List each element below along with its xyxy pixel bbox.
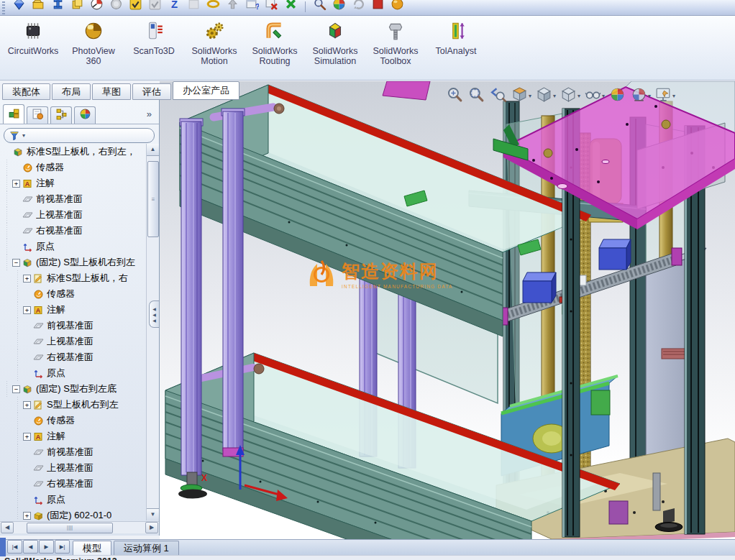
ribbon-item-solidworks-simulation[interactable]: SolidWorks Simulation <box>305 19 365 68</box>
featuremanager-tab[interactable] <box>3 104 24 124</box>
tree-expander-plus[interactable]: + <box>23 401 31 409</box>
tree-expander-plus[interactable]: + <box>23 275 31 283</box>
tree-vertical-scrollbar[interactable]: ▲ ≡ ▼ <box>146 144 159 520</box>
coin-icon[interactable] <box>106 0 126 16</box>
toolbar-grip[interactable] <box>2 1 5 14</box>
panel-collapse-handle[interactable]: ◀◀◀ <box>149 300 159 328</box>
section-view-icon[interactable]: ▾ <box>511 86 531 106</box>
zorder-icon[interactable]: Z <box>165 0 184 16</box>
tree-item[interactable]: 传感器 <box>1 413 147 428</box>
tree-item[interactable]: 前视基准面 <box>1 318 147 334</box>
graphics-viewport[interactable]: X <box>160 81 735 539</box>
dropdown-caret-icon[interactable]: ▾ <box>602 93 605 99</box>
edit-appearance-icon[interactable] <box>608 86 626 106</box>
tree-item[interactable]: +A注解 <box>1 302 147 318</box>
nav-first-button[interactable]: |◀ <box>7 540 22 554</box>
tree-item[interactable]: 原点 <box>1 365 147 381</box>
model-tab[interactable]: 模型 <box>73 541 111 555</box>
tree-item[interactable]: 右视基准面 <box>1 223 147 239</box>
hide-show-icon[interactable]: ▾ <box>584 86 605 106</box>
tree-item[interactable]: −(固定) S型右到左底 <box>1 381 147 397</box>
tree-item[interactable]: −(固定) S型上板机右到左 <box>1 254 147 270</box>
tree-item[interactable]: 上视基准面 <box>1 334 147 349</box>
photoview-ball-icon[interactable] <box>388 0 407 16</box>
scroll-up-icon[interactable]: ▲ <box>147 144 159 156</box>
dropdown-caret-icon[interactable]: ▾ <box>672 93 675 99</box>
previous-view-icon[interactable] <box>489 86 507 106</box>
check-yellow-icon[interactable] <box>126 0 145 16</box>
tree-item[interactable]: 上视基准面 <box>1 460 147 476</box>
zoom-fit-icon[interactable] <box>446 86 464 106</box>
ribbon-item-scanto3d[interactable]: ScanTo3D <box>124 19 184 57</box>
ribbon-item-solidworks-routing[interactable]: SolidWorks Routing <box>245 19 305 68</box>
view-settings-icon[interactable]: ▾ <box>654 86 675 106</box>
tab-sketch[interactable]: 草图 <box>92 83 131 100</box>
zoom-magnifier-icon[interactable] <box>310 0 329 16</box>
tree-item[interactable]: 上视基准面 <box>1 207 147 223</box>
exploded-view-icon[interactable] <box>281 0 301 16</box>
tree-item[interactable]: 前视基准面 <box>1 191 147 207</box>
tab-evaluate[interactable]: 评估 <box>132 83 171 100</box>
tree-expander-minus[interactable]: − <box>12 259 20 267</box>
tree-item[interactable]: +A注解 <box>1 175 147 191</box>
mate-icon[interactable] <box>48 0 68 16</box>
tab-layout[interactable]: 布局 <box>52 83 91 100</box>
propertymanager-tab[interactable] <box>27 106 48 124</box>
tree-expander-plus[interactable]: + <box>23 433 31 441</box>
ribbon-item-solidworks-motion[interactable]: SolidWorks Motion <box>184 19 245 68</box>
torus-icon[interactable] <box>204 0 223 16</box>
close-window-icon[interactable] <box>262 0 281 16</box>
ribbon-item-solidworks-toolbox[interactable]: SolidWorks Toolbox <box>365 19 426 68</box>
ghost-icon[interactable] <box>184 0 204 16</box>
tree-expander-plus[interactable]: + <box>23 306 31 314</box>
insert-component-icon[interactable] <box>68 0 87 16</box>
view-orientation-icon[interactable]: ▾ <box>535 86 556 106</box>
tree-item[interactable]: 标准S型上板机，右到左， <box>1 144 147 160</box>
apply-scene-icon[interactable]: ▾ <box>630 86 651 106</box>
tab-office-products[interactable]: 办公室产品 <box>173 81 239 100</box>
arrow-up-icon[interactable] <box>223 0 242 16</box>
dropdown-caret-icon[interactable]: ▾ <box>648 93 651 99</box>
open-icon[interactable] <box>29 0 48 16</box>
horizontal-scroll-thumb[interactable]: |||| <box>27 523 113 533</box>
tree-filter-input[interactable]: ▾ <box>4 128 155 143</box>
stop-red-icon[interactable] <box>368 0 388 16</box>
tree-item[interactable]: 右视基准面 <box>1 349 147 365</box>
tree-item[interactable]: +A注解 <box>1 428 147 444</box>
ribbon-item-circuitworks[interactable]: CircuitWorks <box>3 19 63 57</box>
gauge-icon[interactable] <box>87 0 106 16</box>
tree-item[interactable]: 右视基准面 <box>1 476 147 492</box>
tree-item[interactable]: 前视基准面 <box>1 444 147 460</box>
tree-item[interactable]: 原点 <box>1 239 147 254</box>
tree-item[interactable]: +(固定) 602-01-0 <box>1 508 147 520</box>
scroll-right-icon[interactable]: ▶ <box>145 522 158 533</box>
scroll-down-icon[interactable]: ▼ <box>147 508 159 520</box>
tree-item[interactable]: +标准S型上板机，右 <box>1 270 147 286</box>
filter-caret-icon[interactable]: ▾ <box>22 132 25 139</box>
check-gray-icon[interactable] <box>145 0 165 16</box>
tree-expander-plus[interactable]: + <box>12 180 20 188</box>
nav-prev-button[interactable]: ◀ <box>23 540 38 554</box>
dropdown-caret-icon[interactable]: ▾ <box>578 93 580 99</box>
tree-item[interactable]: +S型上板机右到左 <box>1 397 147 413</box>
tree-expander-minus[interactable]: − <box>12 385 20 393</box>
help-window-icon[interactable]: ? <box>242 0 262 16</box>
tree-item[interactable]: 传感器 <box>1 160 147 175</box>
tree-item[interactable]: 原点 <box>1 492 147 508</box>
dropdown-caret-icon[interactable]: ▾ <box>529 93 531 99</box>
tree-horizontal-scrollbar[interactable]: ◀ |||| ▶ <box>0 521 159 533</box>
rotate-view-icon[interactable] <box>349 0 368 16</box>
display-style-icon[interactable]: ▾ <box>560 86 580 106</box>
motion-study-tab[interactable]: 运动算例 1 <box>114 541 179 555</box>
ribbon-item-tolanalyst[interactable]: TolAnalyst <box>426 19 486 57</box>
vertical-scroll-thumb[interactable]: ≡ <box>147 161 159 237</box>
tab-assembly[interactable]: 装配体 <box>2 83 50 100</box>
assembly-doc-icon[interactable] <box>9 0 29 16</box>
scroll-left-icon[interactable]: ◀ <box>1 522 14 533</box>
tree-expander-plus[interactable]: + <box>23 512 31 520</box>
displaymanager-tab[interactable] <box>74 106 96 124</box>
configurationmanager-tab[interactable] <box>50 106 72 124</box>
zoom-area-icon[interactable] <box>467 86 485 106</box>
ribbon-item-photoview-360[interactable]: PhotoView 360 <box>63 19 124 68</box>
render-ball-icon[interactable] <box>329 0 349 16</box>
